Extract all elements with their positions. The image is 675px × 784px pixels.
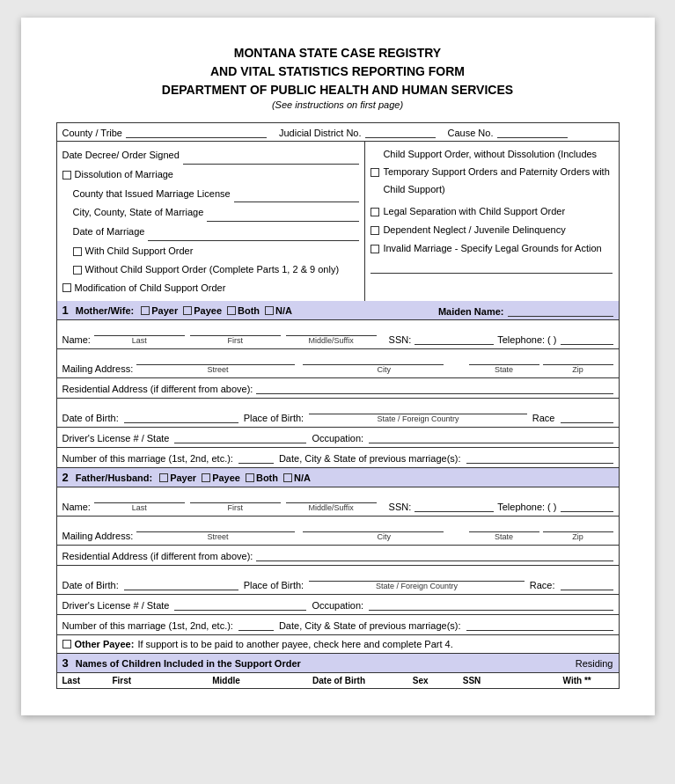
city-county-state-field[interactable] (207, 209, 359, 222)
section2-dob-label: Date of Birth: (62, 580, 119, 590)
section2-both-checkbox[interactable] (246, 473, 254, 482)
section1-telephone-label: Telephone: ( ) (497, 334, 556, 345)
city-county-state-row: City, County, State of Marriage (62, 204, 360, 222)
without-child-support-label: Without Child Support Order (Complete Pa… (85, 261, 340, 279)
child-support-order-checkbox[interactable] (371, 168, 379, 177)
invalid-marriage-grounds-field[interactable] (371, 261, 613, 274)
section1-residential-row: Residential Address (if different from a… (57, 378, 619, 399)
section2-marriage-row: Number of this marriage (1st, 2nd, etc.)… (57, 615, 619, 635)
section2-zip-field[interactable] (543, 520, 613, 532)
section2-race-label: Race: (530, 580, 555, 590)
cause-no-label: Cause No. (448, 128, 494, 138)
section1-maiden-field[interactable] (508, 304, 613, 317)
section1-marriage-number-field[interactable] (238, 451, 274, 464)
dissolution-checkbox[interactable] (62, 171, 71, 180)
section2-ssn-field[interactable] (415, 500, 494, 512)
section2-name-row: Name: Last First Middle/Suffix (57, 487, 619, 517)
section1-ssn-field[interactable] (415, 333, 494, 345)
section1-na-item: N/A (265, 305, 292, 316)
section2-first-field[interactable] (190, 491, 281, 503)
section3-first-col: First (112, 676, 212, 685)
section2-prev-marriage-field[interactable] (466, 619, 613, 631)
section1-residential-label: Residential Address (if different from a… (62, 384, 253, 394)
section2-drivers-row: Driver's License # / State Occupation: (57, 595, 619, 615)
section1-middle-field[interactable] (286, 324, 377, 336)
section1-pob-field[interactable] (309, 402, 527, 414)
invalid-marriage-checkbox[interactable] (371, 245, 379, 253)
section2-residential-row: Residential Address (if different from a… (57, 546, 619, 566)
invalid-marriage-row: Invalid Marriage - Specify Legal Grounds… (371, 240, 613, 258)
section1-prev-marriage-label: Date, City & State of previous marriage(… (279, 453, 461, 464)
section2-city-field[interactable] (303, 520, 444, 532)
section2-last-sublabel: Last (94, 503, 185, 512)
section2-residential-field[interactable] (256, 549, 613, 561)
section2-state-field[interactable] (469, 520, 539, 532)
section1-header: 1 Mother/Wife: Payer Payee Both N/A (57, 301, 619, 320)
section1-zip-field[interactable] (543, 353, 613, 365)
section2-race-field[interactable] (561, 578, 613, 590)
section2-middle-field[interactable] (286, 491, 377, 503)
section1-both-checkbox[interactable] (227, 306, 236, 315)
date-decree-row: Date Decree/ Order Signed (62, 147, 360, 165)
city-county-state-label: City, County, State of Marriage (73, 204, 204, 222)
with-child-support-label: With Child Support Order (85, 243, 194, 260)
section1-telephone-field[interactable] (561, 333, 613, 345)
section1-payer-checkbox[interactable] (141, 306, 150, 315)
date-marriage-field[interactable] (148, 229, 359, 241)
section1-na-checkbox[interactable] (265, 306, 274, 315)
section1-prev-marriage-field[interactable] (466, 451, 613, 464)
section2-street-field[interactable] (136, 520, 295, 532)
section1-payer-label: Payer (151, 305, 178, 316)
section2-payee-label: Payee (212, 473, 240, 483)
cause-no-field[interactable] (497, 126, 568, 138)
section2-street-sublabel: Street (136, 532, 299, 541)
modification-row: Modification of Child Support Order (62, 280, 360, 297)
judicial-district-field[interactable] (365, 126, 436, 138)
section1-payee-checkbox[interactable] (183, 306, 192, 315)
section2-payer-checkbox[interactable] (159, 473, 168, 482)
section1-residential-field[interactable] (256, 382, 613, 394)
section1-city-field[interactable] (303, 353, 444, 365)
section2-dob-field[interactable] (124, 578, 238, 590)
section2-payer-item: Payer (159, 473, 196, 483)
section1-dob-field[interactable] (124, 411, 238, 423)
county-judicial-row: County / Tribe Judicial District No. Cau… (57, 123, 619, 142)
dependent-neglect-checkbox[interactable] (371, 226, 379, 235)
with-child-support-checkbox[interactable] (73, 247, 82, 256)
county-issued-field[interactable] (234, 190, 360, 202)
modification-label: Modification of Child Support Order (75, 280, 226, 297)
section2-occupation-field[interactable] (369, 598, 613, 611)
section1-marriage-number-label: Number of this marriage (1st, 2nd, etc.)… (62, 453, 233, 464)
section2-pob-field[interactable] (309, 569, 525, 582)
section1-pob-label: Place of Birth: (244, 413, 304, 423)
section1-race-field[interactable] (561, 411, 613, 423)
section2-drivers-label: Driver's License # / State (62, 600, 170, 611)
section2-na-checkbox[interactable] (283, 473, 292, 482)
section1-drivers-field[interactable] (174, 431, 306, 443)
section1-last-field[interactable] (94, 324, 185, 336)
section2-payer-label: Payer (170, 473, 196, 483)
section1-first-field[interactable] (190, 324, 281, 336)
section3-header: 3 Names of Children Included in the Supp… (57, 654, 619, 672)
section2-marriage-number-field[interactable] (238, 619, 274, 631)
section2-drivers-field[interactable] (174, 598, 306, 611)
county-issued-label: County that Issued Marriage License (73, 186, 231, 203)
section2-telephone-field[interactable] (561, 500, 613, 512)
section2-both-label: Both (256, 473, 278, 483)
modification-checkbox[interactable] (62, 283, 71, 292)
section3-title: Names of Children Included in the Suppor… (76, 658, 301, 669)
legal-separation-checkbox[interactable] (371, 208, 379, 216)
other-payee-checkbox[interactable] (62, 640, 71, 648)
section1-state-field[interactable] (469, 353, 539, 365)
section2-last-field[interactable] (94, 491, 185, 503)
date-decree-field[interactable] (183, 152, 360, 165)
section2-payee-checkbox[interactable] (202, 473, 210, 482)
county-tribe-field[interactable] (126, 126, 267, 138)
section1-occupation-field[interactable] (369, 431, 613, 443)
section1-race-label: Race (532, 413, 555, 423)
without-child-support-checkbox[interactable] (73, 266, 82, 275)
section1-state-sublabel: State (469, 365, 539, 374)
section2-state-foreign-sublabel: State / Foreign Country (309, 582, 525, 590)
section1-street-field[interactable] (136, 353, 295, 365)
section1-name-label: Name: (62, 334, 91, 345)
